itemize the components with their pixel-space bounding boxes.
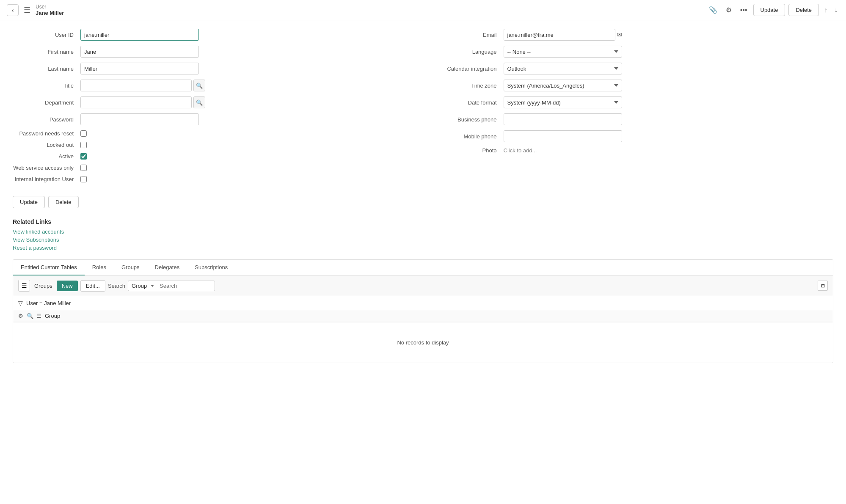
first-name-label: First name [13, 49, 80, 55]
toolbar-edit-button[interactable]: Edit... [80, 280, 105, 292]
business-phone-row: Business phone [436, 113, 834, 125]
title-input[interactable] [80, 80, 192, 91]
toolbar-search-select[interactable]: Group [128, 281, 156, 291]
email-row: Email ✉ [436, 29, 834, 41]
password-row: Password [13, 113, 411, 125]
toolbar-search-input[interactable] [156, 281, 215, 291]
toolbar-groups-label: Groups [33, 283, 54, 289]
topbar-left: ‹ ☰ User Jane Miller [7, 4, 64, 16]
title-row: Title 🔍 [13, 80, 411, 91]
settings-button[interactable]: ⚙ [723, 4, 734, 16]
photo-placeholder[interactable]: Click to add... [504, 147, 537, 154]
first-name-row: First name [13, 46, 411, 58]
update-button-top[interactable]: Update [753, 4, 785, 16]
col-search-icon[interactable]: 🔍 [27, 313, 33, 319]
reset-password-link[interactable]: Reset a password [13, 245, 833, 251]
language-select[interactable]: -- None -- [504, 46, 622, 58]
tab-roles[interactable]: Roles [85, 260, 114, 275]
date-format-select[interactable]: System (yyyy-MM-dd) [504, 96, 622, 108]
tab-toolbar: ☰ Groups New Edit... Search Group ⊟ [13, 275, 833, 296]
locked-out-checkbox[interactable] [80, 142, 87, 148]
date-format-row: Date format System (yyyy-MM-dd) [436, 96, 834, 108]
delete-button[interactable]: Delete [48, 196, 79, 208]
topbar-right: 📎 ⚙ ••• Update Delete ↑ ↓ [706, 4, 839, 16]
web-service-checkbox[interactable] [80, 165, 87, 171]
more-button[interactable]: ••• [738, 5, 750, 16]
filter-icon: ▽ [18, 300, 23, 306]
internal-integration-row: Internal Integration User [13, 176, 411, 182]
last-name-input[interactable] [80, 63, 199, 74]
email-icon[interactable]: ✉ [617, 31, 622, 38]
last-name-label: Last name [13, 66, 80, 72]
title-field-wrapper: 🔍 [80, 80, 205, 91]
department-field-wrapper: 🔍 [80, 96, 205, 108]
active-checkbox[interactable] [80, 153, 87, 160]
toolbar-search-group: Group [128, 281, 215, 291]
attach-button[interactable]: 📎 [706, 4, 720, 16]
password-input[interactable] [80, 113, 199, 125]
date-format-label: Date format [436, 99, 504, 106]
language-row: Language -- None -- [436, 46, 834, 58]
user-id-label: User ID [13, 32, 80, 38]
email-input[interactable] [504, 29, 615, 41]
toolbar-collapse-button[interactable]: ⊟ [818, 281, 828, 291]
internal-integration-checkbox[interactable] [80, 176, 87, 182]
mobile-phone-input[interactable] [504, 130, 622, 142]
department-row: Department 🔍 [13, 96, 411, 108]
col-settings-icon[interactable]: ⚙ [18, 313, 23, 319]
update-button[interactable]: Update [13, 196, 45, 208]
business-phone-label: Business phone [436, 116, 504, 123]
pwd-reset-label: Password needs reset [13, 130, 80, 137]
timezone-label: Time zone [436, 83, 504, 89]
photo-label: Photo [436, 147, 504, 154]
nav-down-button[interactable]: ↓ [832, 6, 839, 15]
title-label: Title [13, 83, 80, 89]
calendar-select[interactable]: Outlook [504, 63, 622, 74]
related-links-heading: Related Links [13, 218, 833, 225]
col-header-row: ⚙ 🔍 ☰ Group [13, 310, 833, 322]
tab-groups[interactable]: Groups [114, 260, 147, 275]
toolbar-menu-button[interactable]: ☰ [18, 280, 30, 292]
toolbar-new-button[interactable]: New [57, 281, 78, 291]
timezone-row: Time zone System (America/Los_Angeles) [436, 80, 834, 91]
internal-integration-checkbox-wrapper [80, 176, 87, 182]
active-checkbox-wrapper [80, 153, 87, 160]
toolbar-search-label: Search [108, 283, 125, 289]
topbar-nav: ‹ [7, 4, 19, 16]
department-input[interactable] [80, 96, 192, 108]
pwd-reset-checkbox-wrapper [80, 130, 87, 137]
pwd-reset-row: Password needs reset [13, 130, 411, 137]
form-left-col: User ID First name Last name Title 🔍 Dep… [13, 29, 411, 187]
title-lookup-button[interactable]: 🔍 [193, 80, 205, 91]
tabs-container: Entitled Custom Tables Roles Groups Dele… [13, 259, 833, 363]
department-search-button[interactable]: 🔍 [193, 96, 205, 108]
tab-delegates[interactable]: Delegates [147, 260, 187, 275]
hamburger-icon[interactable]: ☰ [24, 6, 30, 15]
view-subscriptions-link[interactable]: View Subscriptions [13, 237, 833, 243]
locked-out-row: Locked out [13, 142, 411, 148]
col-menu-icon[interactable]: ☰ [37, 313, 41, 319]
nav-up-button[interactable]: ↑ [822, 6, 829, 15]
view-linked-accounts-link[interactable]: View linked accounts [13, 229, 833, 235]
department-label: Department [13, 99, 80, 106]
email-label: Email [436, 32, 504, 38]
timezone-select[interactable]: System (America/Los_Angeles) [504, 80, 622, 91]
delete-button-top[interactable]: Delete [788, 4, 819, 16]
back-button[interactable]: ‹ [7, 4, 19, 16]
tab-entitled-custom-tables[interactable]: Entitled Custom Tables [13, 260, 85, 275]
locked-out-checkbox-wrapper [80, 142, 87, 148]
topbar-title-main: User [36, 4, 64, 10]
topbar: ‹ ☰ User Jane Miller 📎 ⚙ ••• Update Dele… [0, 0, 846, 20]
form-right-col: Email ✉ Language -- None -- Calendar int… [436, 29, 834, 187]
first-name-input[interactable] [80, 46, 199, 58]
related-links: Related Links View linked accounts View … [13, 218, 833, 251]
user-id-input[interactable] [80, 29, 199, 41]
calendar-label: Calendar integration [436, 66, 504, 72]
mobile-phone-label: Mobile phone [436, 133, 504, 140]
email-field-wrapper: ✉ [504, 29, 622, 41]
web-service-label: Web service access only [13, 165, 80, 171]
pwd-reset-checkbox[interactable] [80, 130, 87, 137]
tab-subscriptions[interactable]: Subscriptions [187, 260, 235, 275]
business-phone-input[interactable] [504, 113, 622, 125]
calendar-row: Calendar integration Outlook [436, 63, 834, 74]
